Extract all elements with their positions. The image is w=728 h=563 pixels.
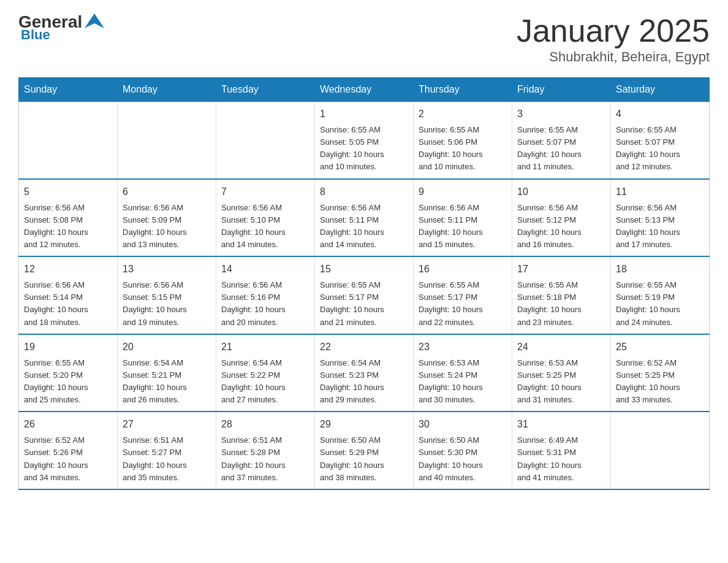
calendar-cell: 27Sunrise: 6:51 AM Sunset: 5:27 PM Dayli… (118, 412, 216, 489)
header-day-wednesday: Wednesday (315, 78, 414, 102)
calendar-cell: 6Sunrise: 6:56 AM Sunset: 5:09 PM Daylig… (118, 179, 216, 257)
day-info: Sunrise: 6:55 AM Sunset: 5:20 PM Dayligh… (24, 357, 112, 407)
calendar-cell: 16Sunrise: 6:55 AM Sunset: 5:17 PM Dayli… (414, 256, 512, 334)
day-info: Sunrise: 6:54 AM Sunset: 5:22 PM Dayligh… (221, 357, 309, 407)
day-number: 7 (221, 185, 309, 199)
day-info: Sunrise: 6:54 AM Sunset: 5:21 PM Dayligh… (123, 357, 211, 407)
calendar-cell: 14Sunrise: 6:56 AM Sunset: 5:16 PM Dayli… (216, 256, 315, 334)
calendar-cell: 12Sunrise: 6:56 AM Sunset: 5:14 PM Dayli… (19, 256, 118, 334)
day-info: Sunrise: 6:51 AM Sunset: 5:27 PM Dayligh… (123, 434, 211, 484)
day-info: Sunrise: 6:50 AM Sunset: 5:30 PM Dayligh… (419, 434, 507, 484)
calendar-cell (118, 102, 216, 179)
calendar-cell: 11Sunrise: 6:56 AM Sunset: 5:13 PM Dayli… (611, 179, 710, 257)
day-number: 10 (517, 185, 605, 199)
day-number: 31 (517, 417, 605, 432)
day-info: Sunrise: 6:56 AM Sunset: 5:14 PM Dayligh… (24, 279, 112, 329)
week-row-4: 19Sunrise: 6:55 AM Sunset: 5:20 PM Dayli… (19, 334, 710, 412)
day-number: 12 (24, 262, 112, 277)
calendar-cell: 18Sunrise: 6:55 AM Sunset: 5:19 PM Dayli… (611, 256, 710, 334)
calendar-header: SundayMondayTuesdayWednesdayThursdayFrid… (19, 78, 710, 102)
day-number: 9 (419, 185, 507, 199)
logo-arrow-icon (83, 11, 105, 31)
day-number: 18 (616, 262, 704, 277)
calendar-cell: 13Sunrise: 6:56 AM Sunset: 5:15 PM Dayli… (118, 256, 216, 334)
day-info: Sunrise: 6:52 AM Sunset: 5:25 PM Dayligh… (616, 357, 704, 407)
day-number: 1 (320, 107, 408, 121)
calendar-body: 1Sunrise: 6:55 AM Sunset: 5:05 PM Daylig… (19, 102, 710, 489)
day-info: Sunrise: 6:56 AM Sunset: 5:15 PM Dayligh… (123, 279, 211, 329)
calendar-cell: 7Sunrise: 6:56 AM Sunset: 5:10 PM Daylig… (216, 179, 315, 257)
day-number: 27 (123, 417, 211, 432)
day-info: Sunrise: 6:52 AM Sunset: 5:26 PM Dayligh… (24, 434, 112, 484)
day-info: Sunrise: 6:56 AM Sunset: 5:16 PM Dayligh… (221, 279, 309, 329)
week-row-1: 1Sunrise: 6:55 AM Sunset: 5:05 PM Daylig… (19, 102, 710, 179)
calendar-cell: 5Sunrise: 6:56 AM Sunset: 5:08 PM Daylig… (19, 179, 118, 257)
header-row: SundayMondayTuesdayWednesdayThursdayFrid… (19, 78, 710, 102)
day-number: 29 (320, 417, 408, 432)
day-number: 4 (616, 107, 704, 121)
day-info: Sunrise: 6:54 AM Sunset: 5:23 PM Dayligh… (320, 357, 408, 407)
day-number: 13 (123, 262, 211, 277)
day-number: 23 (419, 340, 507, 354)
calendar-cell: 3Sunrise: 6:55 AM Sunset: 5:07 PM Daylig… (512, 102, 611, 179)
day-number: 21 (221, 340, 309, 354)
day-info: Sunrise: 6:56 AM Sunset: 5:09 PM Dayligh… (123, 202, 211, 251)
day-info: Sunrise: 6:53 AM Sunset: 5:24 PM Dayligh… (419, 357, 507, 407)
header-day-thursday: Thursday (414, 78, 512, 102)
day-info: Sunrise: 6:56 AM Sunset: 5:11 PM Dayligh… (320, 202, 408, 251)
day-number: 2 (419, 107, 507, 121)
calendar-cell: 2Sunrise: 6:55 AM Sunset: 5:06 PM Daylig… (414, 102, 512, 179)
logo: General Blue (18, 12, 105, 43)
header-day-monday: Monday (118, 78, 216, 102)
calendar-cell (19, 102, 118, 179)
day-info: Sunrise: 6:56 AM Sunset: 5:12 PM Dayligh… (517, 202, 605, 251)
calendar-cell: 10Sunrise: 6:56 AM Sunset: 5:12 PM Dayli… (512, 179, 611, 257)
day-info: Sunrise: 6:56 AM Sunset: 5:08 PM Dayligh… (24, 202, 112, 251)
day-number: 11 (616, 185, 704, 199)
day-info: Sunrise: 6:49 AM Sunset: 5:31 PM Dayligh… (517, 434, 605, 484)
calendar-cell: 26Sunrise: 6:52 AM Sunset: 5:26 PM Dayli… (19, 412, 118, 489)
day-number: 30 (419, 417, 507, 432)
day-number: 5 (24, 185, 112, 199)
week-row-2: 5Sunrise: 6:56 AM Sunset: 5:08 PM Daylig… (19, 179, 710, 257)
calendar-cell: 1Sunrise: 6:55 AM Sunset: 5:05 PM Daylig… (315, 102, 414, 179)
calendar-cell: 25Sunrise: 6:52 AM Sunset: 5:25 PM Dayli… (611, 334, 710, 412)
calendar-cell (611, 412, 710, 489)
day-number: 14 (221, 262, 309, 277)
day-number: 15 (320, 262, 408, 277)
calendar-cell: 24Sunrise: 6:53 AM Sunset: 5:25 PM Dayli… (512, 334, 611, 412)
calendar-cell: 9Sunrise: 6:56 AM Sunset: 5:11 PM Daylig… (414, 179, 512, 257)
day-info: Sunrise: 6:56 AM Sunset: 5:11 PM Dayligh… (419, 202, 507, 251)
calendar-cell: 4Sunrise: 6:55 AM Sunset: 5:07 PM Daylig… (611, 102, 710, 179)
day-info: Sunrise: 6:50 AM Sunset: 5:29 PM Dayligh… (320, 434, 408, 484)
calendar-title: January 2025 (517, 12, 710, 49)
calendar-cell: 21Sunrise: 6:54 AM Sunset: 5:22 PM Dayli… (216, 334, 315, 412)
calendar-cell: 30Sunrise: 6:50 AM Sunset: 5:30 PM Dayli… (414, 412, 512, 489)
title-section: January 2025 Shubrakhit, Beheira, Egypt (517, 12, 710, 65)
day-number: 17 (517, 262, 605, 277)
week-row-3: 12Sunrise: 6:56 AM Sunset: 5:14 PM Dayli… (19, 256, 710, 334)
calendar-cell: 19Sunrise: 6:55 AM Sunset: 5:20 PM Dayli… (19, 334, 118, 412)
week-row-5: 26Sunrise: 6:52 AM Sunset: 5:26 PM Dayli… (19, 412, 710, 489)
svg-marker-0 (85, 13, 104, 28)
calendar-table: SundayMondayTuesdayWednesdayThursdayFrid… (18, 77, 710, 490)
day-info: Sunrise: 6:56 AM Sunset: 5:10 PM Dayligh… (221, 202, 309, 251)
day-info: Sunrise: 6:55 AM Sunset: 5:17 PM Dayligh… (419, 279, 507, 329)
calendar-cell: 15Sunrise: 6:55 AM Sunset: 5:17 PM Dayli… (315, 256, 414, 334)
header-day-friday: Friday (512, 78, 611, 102)
day-number: 24 (517, 340, 605, 354)
day-number: 3 (517, 107, 605, 121)
day-info: Sunrise: 6:51 AM Sunset: 5:28 PM Dayligh… (221, 434, 309, 484)
day-info: Sunrise: 6:55 AM Sunset: 5:19 PM Dayligh… (616, 279, 704, 329)
calendar-cell: 8Sunrise: 6:56 AM Sunset: 5:11 PM Daylig… (315, 179, 414, 257)
day-number: 16 (419, 262, 507, 277)
day-info: Sunrise: 6:53 AM Sunset: 5:25 PM Dayligh… (517, 357, 605, 407)
day-info: Sunrise: 6:56 AM Sunset: 5:13 PM Dayligh… (616, 202, 704, 251)
page-header: General Blue January 2025 Shubrakhit, Be… (18, 12, 710, 65)
day-info: Sunrise: 6:55 AM Sunset: 5:18 PM Dayligh… (517, 279, 605, 329)
day-number: 22 (320, 340, 408, 354)
header-day-saturday: Saturday (611, 78, 710, 102)
day-info: Sunrise: 6:55 AM Sunset: 5:06 PM Dayligh… (419, 124, 507, 174)
day-number: 25 (616, 340, 704, 354)
day-number: 19 (24, 340, 112, 354)
